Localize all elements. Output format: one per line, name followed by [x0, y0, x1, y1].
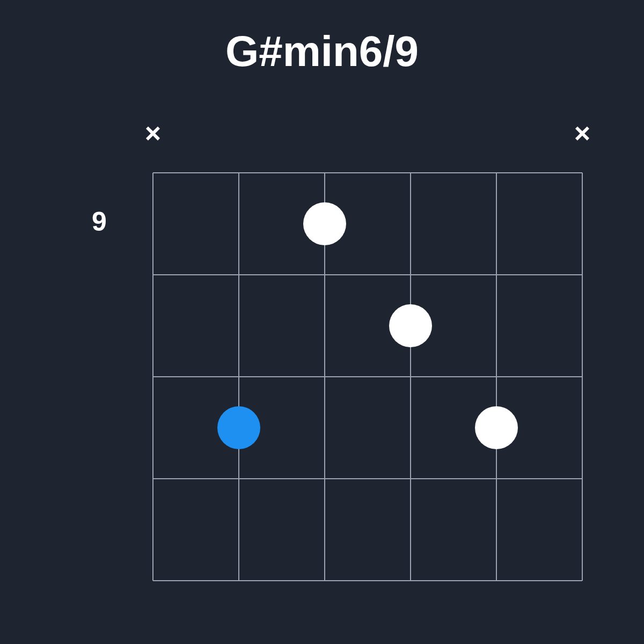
mute-marker-icon: × — [145, 118, 161, 149]
chord-diagram: ××9 — [0, 103, 644, 629]
chord-name: G#min6/9 — [225, 27, 419, 76]
starting-fret-label: 9 — [92, 207, 107, 237]
finger-dot-root — [217, 406, 260, 449]
mute-marker-icon: × — [574, 118, 590, 149]
chord-svg: ××9 — [54, 103, 590, 629]
finger-dot — [475, 406, 518, 449]
finger-dot — [303, 202, 346, 245]
finger-dot — [389, 304, 432, 347]
